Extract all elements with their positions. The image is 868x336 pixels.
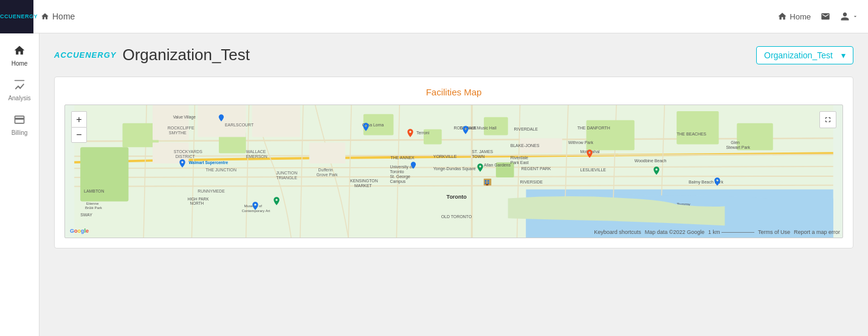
brand-logo: ACCUENERGY <box>54 50 116 60</box>
svg-text:RUNNYMEDE: RUNNYMEDE <box>198 189 225 193</box>
top-home-text: Home <box>790 12 811 21</box>
map-pin-building[interactable] <box>481 177 494 189</box>
sidebar-item-home[interactable]: Home <box>0 38 39 73</box>
page-header-brand: ACCUENERGY Organization_Test <box>54 46 756 64</box>
sidebar-billing-icon <box>13 114 26 128</box>
svg-text:LESLIEVILLE: LESLIEVILLE <box>580 168 607 172</box>
sidebar-item-analysis[interactable]: Analysis <box>0 73 39 108</box>
map-pin-value-village[interactable] <box>217 114 226 125</box>
map-pin-museum[interactable] <box>250 201 260 213</box>
terms-of-use-link[interactable]: Terms of Use <box>758 229 790 235</box>
svg-text:THE ANNEX: THE ANNEX <box>390 156 415 160</box>
svg-rect-100 <box>485 182 487 184</box>
svg-text:THE BEACHES: THE BEACHES <box>677 132 706 136</box>
svg-text:Glen: Glen <box>731 140 740 145</box>
svg-text:SWAY: SWAY <box>80 213 92 217</box>
top-nav-home-btn[interactable]: Home <box>777 12 811 21</box>
svg-rect-98 <box>485 180 487 182</box>
map-footer: Keyboard shortcuts Map data ©2022 Google… <box>594 229 840 235</box>
user-icon <box>840 12 850 21</box>
svg-text:Etienne: Etienne <box>86 202 99 205</box>
page-header: ACCUENERGY Organization_Test Organizatio… <box>54 46 853 64</box>
svg-text:BLAKE-JONES: BLAKE-JONES <box>511 143 540 148</box>
svg-text:LAMBTON: LAMBTON <box>84 189 104 193</box>
map-pin-allan-gardens[interactable] <box>475 163 485 175</box>
svg-rect-29 <box>153 105 188 140</box>
report-map-error-link[interactable]: Report a map error <box>794 229 840 235</box>
svg-rect-31 <box>252 105 300 137</box>
map-pin-balmy-beach[interactable] <box>712 177 722 189</box>
svg-text:Terroni: Terroni <box>416 131 430 135</box>
top-home-icon <box>777 12 787 21</box>
svg-text:Grove Park: Grove Park <box>317 173 339 177</box>
svg-text:KENSINGTON: KENSINGTON <box>350 179 378 183</box>
map-pin-motimahal[interactable] <box>585 149 594 161</box>
svg-text:WALLACE: WALLACE <box>246 149 266 154</box>
svg-text:OLD TORONTO: OLD TORONTO <box>441 214 472 219</box>
svg-rect-0 <box>15 80 25 81</box>
map-pin-terroni[interactable] <box>405 128 415 140</box>
svg-text:Allan Gardens: Allan Gardens <box>484 163 511 167</box>
svg-text:Value Village: Value Village <box>173 115 196 120</box>
user-chevron-icon <box>852 13 858 19</box>
map-zoom-controls: + − <box>71 111 87 143</box>
map-data-label: Map data ©2022 Google <box>645 229 704 235</box>
svg-text:Stewart Park: Stewart Park <box>726 145 750 149</box>
svg-text:Walmart Supercentre: Walmart Supercentre <box>189 160 229 165</box>
facilities-map-title: Facilities Map <box>64 87 843 97</box>
org-dropdown[interactable]: Organization_Test ▾ <box>756 46 853 64</box>
map-card: Facilities Map <box>54 77 853 249</box>
map-zoom-out-btn[interactable]: − <box>71 127 87 143</box>
map-scale-label: 1 km —————— <box>708 229 754 235</box>
sidebar-item-billing[interactable]: Billing <box>0 108 39 142</box>
fullscreen-icon <box>824 115 832 124</box>
svg-rect-102 <box>486 184 489 186</box>
content-area: ACCUENERGY Organization_Test Organizatio… <box>40 33 868 336</box>
top-nav-home-link[interactable]: Home <box>41 12 75 21</box>
svg-text:EMERSON: EMERSON <box>246 154 267 159</box>
map-zoom-in-btn[interactable]: + <box>71 111 87 127</box>
home-icon <box>41 12 49 21</box>
svg-text:Dufferin: Dufferin <box>319 168 333 172</box>
sidebar-billing-label: Billing <box>12 129 28 136</box>
svg-text:SMYTHE: SMYTHE <box>169 131 187 135</box>
svg-text:Yonge-Dundas Square: Yonge-Dundas Square <box>433 166 476 171</box>
sidebar: Home Analysis Billing <box>0 33 40 336</box>
map-pin-danforth[interactable] <box>461 125 470 137</box>
svg-text:RIVERDALE: RIVERDALE <box>514 127 539 131</box>
svg-rect-25 <box>677 111 718 145</box>
svg-text:THE DANFORTH: THE DANFORTH <box>577 126 610 130</box>
main-layout: Home Analysis Billing ACCUENERGY Organiz… <box>0 33 868 336</box>
top-mail-btn[interactable] <box>821 12 830 21</box>
map-pin-highpark[interactable] <box>272 196 281 208</box>
map-pin-casa-loma[interactable] <box>361 122 371 134</box>
map-pin-walmart[interactable] <box>177 159 187 171</box>
svg-rect-33 <box>309 142 345 163</box>
svg-text:EARLSCOURT: EARLSCOURT <box>225 123 254 127</box>
svg-rect-99 <box>487 180 489 182</box>
svg-text:Toronto: Toronto <box>390 170 404 174</box>
svg-text:STOCKYARDS: STOCKYARDS <box>174 149 202 154</box>
svg-text:HIGH PARK: HIGH PARK <box>188 197 210 201</box>
map-fullscreen-btn[interactable] <box>819 111 836 128</box>
svg-rect-24 <box>587 120 635 151</box>
svg-text:TOWN: TOWN <box>472 154 484 159</box>
svg-text:TRIANGLE: TRIANGLE <box>276 176 297 180</box>
sidebar-analysis-icon <box>13 79 26 93</box>
map-container[interactable]: ROCKCLIFFE SMYTHE EARLSCOURT STOCKYARDS … <box>64 105 843 238</box>
svg-text:Riverdale: Riverdale <box>511 156 528 160</box>
svg-text:THE JUNCTION: THE JUNCTION <box>205 168 236 172</box>
sidebar-analysis-label: Analysis <box>8 95 30 101</box>
svg-text:Withrow Park: Withrow Park <box>568 140 594 145</box>
logo-container: ACCUENERGY <box>0 0 33 33</box>
map-pin-uoft[interactable] <box>409 161 418 172</box>
map-pin-woodbine[interactable] <box>652 166 661 178</box>
keyboard-shortcuts-link[interactable]: Keyboard shortcuts <box>594 229 641 235</box>
svg-text:Park East: Park East <box>511 160 529 165</box>
svg-text:JUNCTION: JUNCTION <box>276 171 297 175</box>
svg-text:ROCKCLIFFE: ROCKCLIFFE <box>168 126 195 130</box>
svg-text:YORKVILLE: YORKVILLE <box>433 154 457 159</box>
map-background: ROCKCLIFFE SMYTHE EARLSCOURT STOCKYARDS … <box>65 105 842 238</box>
top-user-btn[interactable] <box>840 12 858 21</box>
mail-icon <box>821 12 830 21</box>
